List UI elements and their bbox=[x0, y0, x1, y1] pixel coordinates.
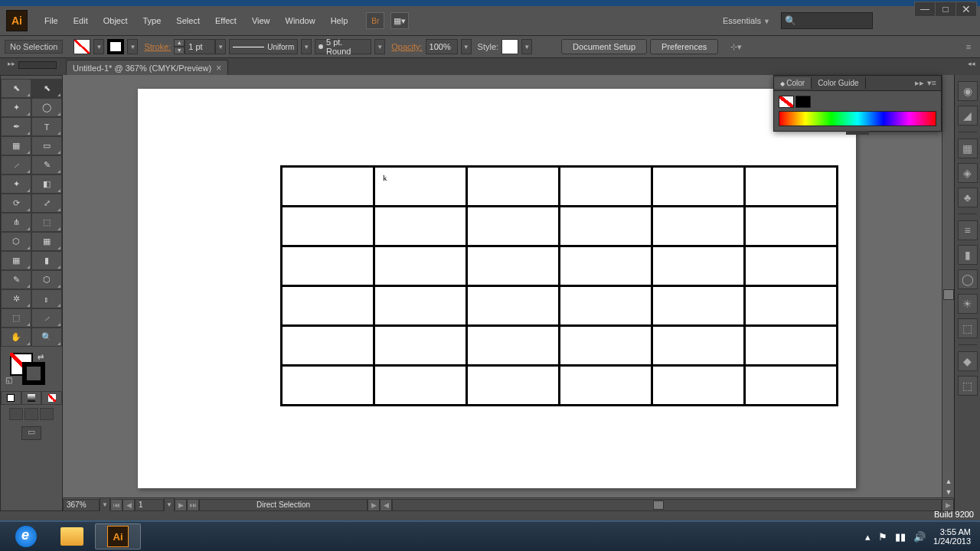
show-hidden-icons[interactable]: ▴ bbox=[865, 531, 871, 543]
color-mode-button[interactable] bbox=[1, 391, 21, 405]
action-center-icon[interactable]: ⚑ bbox=[878, 531, 887, 543]
fill-stroke-control[interactable]: ⇄ ◱ bbox=[1, 351, 62, 390]
vertical-scrollbar[interactable]: ▲ ▼ bbox=[942, 75, 954, 497]
canvas-area[interactable]: k ▲ ▼ 367% ▼ ⏮ ◀ 1 ▼ ▶ ⏭ Direct Selectio… bbox=[63, 75, 954, 511]
dock-button-6[interactable]: ▮ bbox=[958, 245, 978, 265]
width-tool[interactable]: ⋔ bbox=[1, 213, 31, 232]
profile-dropdown[interactable]: ▼ bbox=[301, 39, 312, 54]
opacity-input[interactable]: 100% bbox=[426, 39, 458, 54]
default-fill-stroke-icon[interactable]: ◱ bbox=[5, 376, 12, 384]
eraser-tool[interactable]: ◧ bbox=[31, 174, 62, 194]
selection-tool[interactable]: ⬉ bbox=[1, 79, 31, 98]
control-flyout-icon[interactable]: ≡ bbox=[962, 40, 975, 54]
hand-tool[interactable]: ✋ bbox=[1, 328, 31, 347]
magic-wand-tool[interactable]: ✦ bbox=[1, 98, 31, 117]
expand-panels-icon[interactable]: ▸▸ bbox=[8, 60, 15, 67]
dock-button-7[interactable]: ◯ bbox=[958, 269, 978, 289]
graphic-style-swatch[interactable] bbox=[501, 39, 518, 54]
next-artboard-button[interactable]: ▶ bbox=[175, 499, 187, 511]
menu-type[interactable]: Type bbox=[136, 13, 169, 28]
rectangle-tool[interactable]: ▭ bbox=[31, 136, 62, 155]
line-segment-tool[interactable]: ▦ bbox=[1, 136, 31, 155]
lasso-tool[interactable]: ◯ bbox=[31, 98, 62, 117]
menu-help[interactable]: Help bbox=[323, 13, 356, 28]
align-to-icon[interactable]: ⊹▾ bbox=[730, 42, 742, 52]
screen-mode-full[interactable] bbox=[24, 408, 38, 420]
network-icon[interactable]: ▮▮ bbox=[895, 531, 906, 543]
status-flyout-button[interactable]: ▶ bbox=[368, 499, 380, 511]
swap-fill-stroke-icon[interactable]: ⇄ bbox=[38, 353, 44, 361]
dock-button-3[interactable]: ◈ bbox=[958, 163, 978, 183]
artboard-tool[interactable]: ⬚ bbox=[1, 308, 31, 328]
menu-file[interactable]: File bbox=[37, 13, 66, 28]
panel-resize-gripper[interactable] bbox=[846, 131, 869, 135]
drawn-grid-object[interactable] bbox=[280, 165, 838, 406]
change-screen-mode-button[interactable]: ▭ bbox=[21, 426, 41, 440]
vertical-scroll-thumb[interactable] bbox=[943, 289, 954, 300]
menu-effect[interactable]: Effect bbox=[207, 13, 244, 28]
artboard-number[interactable]: 1 bbox=[135, 499, 164, 511]
dock-button-2[interactable]: ▦ bbox=[958, 139, 978, 158]
fill-dropdown[interactable]: ▼ bbox=[93, 39, 104, 54]
scroll-down-icon[interactable]: ▼ bbox=[943, 487, 954, 497]
pencil-tool[interactable]: ✎ bbox=[31, 155, 62, 174]
rotate-tool[interactable]: ⟳ bbox=[1, 194, 31, 213]
mesh-tool[interactable]: ▦ bbox=[1, 251, 31, 270]
opacity-dropdown[interactable]: ▼ bbox=[461, 39, 472, 54]
brush-dropdown[interactable]: ▼ bbox=[374, 39, 385, 54]
taskbar-illustrator[interactable]: Ai bbox=[95, 523, 141, 549]
color-spectrum[interactable] bbox=[779, 111, 936, 126]
color-guide-tab[interactable]: Color Guide bbox=[812, 77, 865, 89]
panel-stroke-swatch[interactable] bbox=[795, 96, 811, 108]
scale-tool[interactable]: ⤢ bbox=[31, 194, 62, 213]
eyedropper-tool[interactable]: ✎ bbox=[1, 270, 31, 289]
workspace-switcher[interactable]: Essentials ▼ bbox=[718, 15, 775, 27]
artboard[interactable]: k bbox=[138, 89, 856, 488]
opacity-label[interactable]: Opacity: bbox=[391, 42, 422, 51]
dock-button-8[interactable]: ☀ bbox=[958, 294, 978, 314]
horizontal-scroll-thumb[interactable] bbox=[653, 500, 664, 510]
maximize-button[interactable]: □ bbox=[935, 2, 956, 17]
horizontal-scrollbar[interactable] bbox=[392, 499, 942, 511]
hscroll-left-button[interactable]: ◀ bbox=[380, 499, 392, 511]
taskbar-ie[interactable] bbox=[3, 523, 49, 549]
shape-builder-tool[interactable]: ⬡ bbox=[1, 232, 31, 251]
type-tool[interactable]: T bbox=[31, 117, 62, 136]
slice-tool[interactable]: ⟋ bbox=[31, 308, 62, 328]
menu-select[interactable]: Select bbox=[168, 13, 207, 28]
system-clock[interactable]: 3:55 AM 1/24/2013 bbox=[933, 527, 971, 546]
close-tab-icon[interactable]: × bbox=[216, 63, 221, 73]
zoom-level[interactable]: 367% bbox=[63, 499, 100, 511]
stroke-color-icon[interactable] bbox=[22, 362, 45, 385]
dock-button-1[interactable]: ◢ bbox=[958, 106, 978, 126]
scroll-up-icon[interactable]: ▲ bbox=[943, 476, 954, 487]
zoom-dropdown[interactable]: ▼ bbox=[100, 497, 110, 512]
preferences-button[interactable]: Preferences bbox=[650, 39, 718, 54]
color-panel[interactable]: Color Color Guide ▸▸▾≡ bbox=[773, 75, 942, 132]
paintbrush-tool[interactable]: ⟋ bbox=[1, 155, 31, 174]
gradient-mode-button[interactable] bbox=[21, 391, 42, 405]
artboard-dropdown[interactable]: ▼ bbox=[164, 497, 175, 512]
dock-button-11[interactable]: ⬚ bbox=[958, 376, 978, 396]
panel-gripper[interactable] bbox=[18, 61, 57, 69]
perspective-grid-tool[interactable]: ▦ bbox=[31, 232, 62, 251]
last-artboard-button[interactable]: ⏭ bbox=[187, 499, 199, 511]
bridge-icon[interactable]: Br bbox=[366, 12, 384, 29]
free-transform-tool[interactable]: ⬚ bbox=[31, 213, 62, 232]
stroke-weight-input[interactable]: 1 pt bbox=[185, 39, 215, 54]
stroke-dropdown[interactable]: ▼ bbox=[127, 39, 138, 54]
menu-view[interactable]: View bbox=[244, 13, 278, 28]
fill-swatch[interactable] bbox=[74, 39, 90, 54]
collapse-panels-icon[interactable]: ◂◂ bbox=[968, 60, 975, 67]
document-tab[interactable]: Untitled-1* @ 367% (CMYK/Preview) × bbox=[66, 60, 228, 75]
document-setup-button[interactable]: Document Setup bbox=[561, 39, 647, 54]
stroke-weight-dropdown[interactable]: ▼ bbox=[215, 39, 226, 54]
taskbar-explorer[interactable] bbox=[49, 523, 95, 549]
stroke-label[interactable]: Stroke: bbox=[144, 42, 171, 51]
style-dropdown[interactable]: ▼ bbox=[521, 39, 532, 54]
search-input[interactable]: 🔍 bbox=[781, 12, 873, 29]
screen-mode-normal[interactable] bbox=[9, 408, 23, 420]
stroke-swatch[interactable] bbox=[107, 39, 124, 54]
blend-tool[interactable]: ⬡ bbox=[31, 270, 62, 289]
dock-button-0[interactable]: ◉ bbox=[958, 81, 978, 101]
